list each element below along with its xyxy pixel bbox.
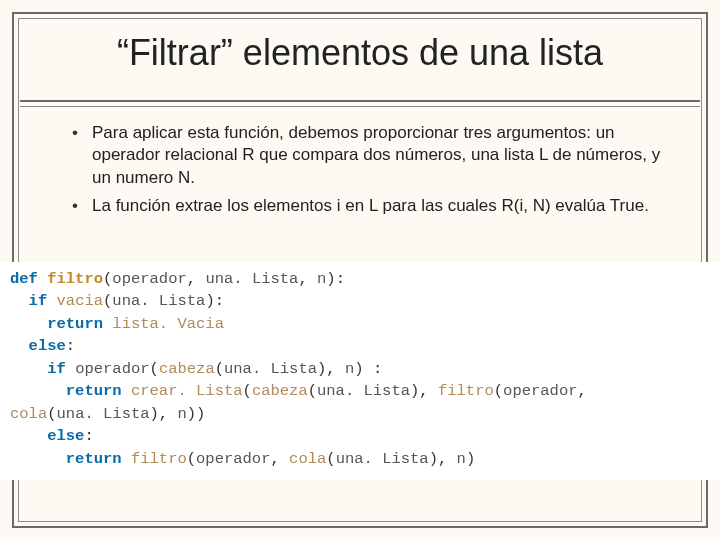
punct-comma: ,	[159, 405, 168, 423]
arg-lista: una. Lista	[336, 450, 429, 468]
punct-open: (	[150, 360, 159, 378]
keyword-else: else	[47, 427, 84, 445]
keyword-if: if	[47, 360, 66, 378]
divider-thin	[20, 106, 700, 107]
arg-n: n	[317, 270, 326, 288]
arg-lista: una. Lista	[112, 292, 205, 310]
punct-open: (	[494, 382, 503, 400]
fn-filtro: filtro	[131, 450, 187, 468]
punct-close: )	[150, 405, 159, 423]
bullet-item: La función extrae los elementos i en L p…	[72, 195, 672, 217]
punct-close: )	[205, 292, 214, 310]
arg-lista: una. Lista	[205, 270, 298, 288]
keyword-return: return	[66, 382, 122, 400]
punct-open: (	[103, 270, 112, 288]
punct-open: (	[326, 450, 335, 468]
arg-lista: una. Lista	[57, 405, 150, 423]
punct-colon: :	[336, 270, 345, 288]
punct-close: )	[429, 450, 438, 468]
punct-close: )	[466, 450, 475, 468]
fn-vacia: vacia	[57, 292, 104, 310]
punct-comma: ,	[438, 450, 447, 468]
punct-colon: :	[84, 427, 93, 445]
arg-operador: operador	[112, 270, 186, 288]
fn-cola: cola	[10, 405, 47, 423]
punct-comma: ,	[326, 360, 335, 378]
arg-n: n	[177, 405, 186, 423]
punct-open: (	[103, 292, 112, 310]
keyword-return: return	[66, 450, 122, 468]
id-listavacia: lista. Vacia	[112, 315, 224, 333]
arg-n: n	[457, 450, 466, 468]
fn-cabeza: cabeza	[252, 382, 308, 400]
keyword-if: if	[29, 292, 48, 310]
code-block: def filtro(operador, una. Lista, n): if …	[0, 262, 720, 480]
punct-close: )	[187, 405, 196, 423]
punct-open: (	[243, 382, 252, 400]
punct-open: (	[187, 450, 196, 468]
arg-operador: operador	[503, 382, 577, 400]
fn-filtro: filtro	[438, 382, 494, 400]
punct-close: )	[354, 360, 363, 378]
punct-close: )	[196, 405, 205, 423]
function-name: filtro	[47, 270, 103, 288]
punct-open: (	[47, 405, 56, 423]
punct-open: (	[308, 382, 317, 400]
punct-close: )	[410, 382, 419, 400]
punct-comma: ,	[578, 382, 587, 400]
punct-comma: ,	[270, 450, 279, 468]
bullet-list: Para aplicar esta función, debemos propo…	[72, 122, 672, 224]
divider-thick	[20, 100, 700, 102]
arg-lista: una. Lista	[317, 382, 410, 400]
punct-comma: ,	[419, 382, 428, 400]
fn-cola: cola	[289, 450, 326, 468]
keyword-else: else	[29, 337, 66, 355]
keyword-return: return	[47, 315, 103, 333]
fn-cabeza: cabeza	[159, 360, 215, 378]
punct-close: )	[326, 270, 335, 288]
punct-comma: ,	[187, 270, 196, 288]
arg-operador: operador	[75, 360, 149, 378]
punct-colon: :	[373, 360, 382, 378]
punct-comma: ,	[298, 270, 307, 288]
arg-lista: una. Lista	[224, 360, 317, 378]
slide-title: “Filtrar” elementos de una lista	[0, 32, 720, 74]
punct-colon: :	[215, 292, 224, 310]
punct-colon: :	[66, 337, 75, 355]
arg-operador: operador	[196, 450, 270, 468]
punct-open: (	[215, 360, 224, 378]
punct-close: )	[317, 360, 326, 378]
keyword-def: def	[10, 270, 38, 288]
fn-crearlista: crear. Lista	[131, 382, 243, 400]
arg-n: n	[345, 360, 354, 378]
bullet-item: Para aplicar esta función, debemos propo…	[72, 122, 672, 189]
